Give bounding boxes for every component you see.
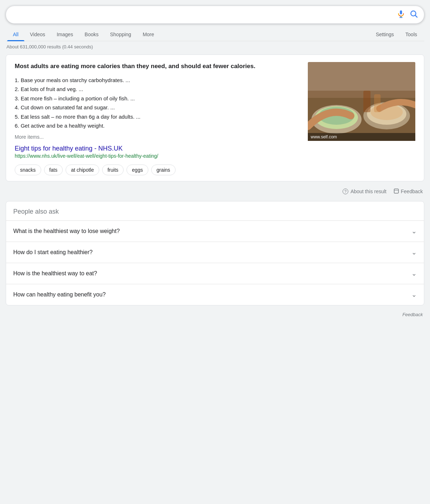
featured-content: Most adults are eating more calories tha… (15, 62, 415, 159)
list-item: 4. Cut down on saturated fat and sugar. … (15, 103, 301, 112)
paa-question-1: How do I start eating healthier? (13, 249, 92, 256)
list-item: 1. Base your meals on starchy carbohydra… (15, 76, 301, 85)
nav-tabs-left: All Videos Images Books Shopping More (7, 28, 370, 41)
source-url: https://www.nhs.uk/live-well/eat-well/ei… (15, 153, 301, 159)
featured-snippet-card: Most adults are eating more calories tha… (6, 54, 424, 181)
people-also-ask-card: People also ask What is the healthiest w… (6, 201, 424, 305)
tab-more[interactable]: More (137, 28, 160, 41)
tab-images[interactable]: Images (51, 28, 79, 41)
featured-text: Most adults are eating more calories tha… (15, 62, 301, 159)
chevron-down-icon-1: ⌄ (411, 248, 417, 256)
featured-title: Most adults are eating more calories tha… (15, 62, 301, 71)
result-footer: ? About this result Feedback (6, 185, 424, 196)
paa-question-2: How is the healthiest way to eat? (13, 270, 97, 277)
search-bar: how to eat healthy (6, 6, 424, 24)
paa-header: People also ask (6, 201, 424, 220)
chip-at-chipotle[interactable]: at chipotle (66, 165, 99, 175)
paa-question-3: How can healthy eating benefit you? (13, 291, 106, 298)
chip-eggs[interactable]: eggs (126, 165, 148, 175)
tab-shopping[interactable]: Shopping (104, 28, 137, 41)
search-input[interactable]: how to eat healthy (12, 11, 397, 19)
paa-item-1[interactable]: How do I start eating healthier? ⌄ (6, 242, 424, 263)
paa-item-0[interactable]: What is the healthiest way to lose weigh… (6, 220, 424, 242)
feedback-button[interactable]: Feedback (394, 189, 423, 195)
paa-question-0: What is the healthiest way to lose weigh… (13, 228, 120, 234)
results-count: About 631,000,000 results (0.44 seconds) (6, 44, 424, 49)
source-title-link[interactable]: Eight tips for healthy eating - NHS.UK (15, 145, 301, 152)
source-link: Eight tips for healthy eating - NHS.UK h… (15, 145, 301, 159)
paa-item-2[interactable]: How is the healthiest way to eat? ⌄ (6, 263, 424, 284)
about-result-button[interactable]: ? About this result (343, 189, 386, 194)
list-item: 3. Eat more fish – including a portion o… (15, 94, 301, 103)
chevron-down-icon-2: ⌄ (411, 270, 417, 277)
bottom-feedback-link[interactable]: Feedback (6, 309, 424, 320)
chevron-down-icon-0: ⌄ (411, 227, 417, 235)
svg-rect-0 (400, 10, 402, 14)
tab-settings[interactable]: Settings (370, 28, 400, 41)
feedback-label: Feedback (401, 189, 423, 194)
svg-rect-16 (394, 189, 398, 193)
microphone-icon[interactable] (397, 10, 405, 20)
question-circle-icon: ? (343, 189, 348, 194)
svg-rect-15 (308, 62, 415, 91)
featured-image[interactable]: www.self.com (308, 62, 415, 159)
svg-line-4 (415, 15, 417, 18)
list-item: 2. Eat lots of fruit and veg. ... (15, 85, 301, 94)
tab-books[interactable]: Books (79, 28, 104, 41)
tab-videos[interactable]: Videos (24, 28, 51, 41)
paa-item-3[interactable]: How can healthy eating benefit you? ⌄ (6, 284, 424, 305)
food-image: www.self.com (308, 62, 415, 141)
tab-all[interactable]: All (7, 28, 24, 41)
chevron-down-icon-3: ⌄ (411, 291, 417, 299)
related-chips: snacks fats at chipotle fruits eggs grai… (15, 165, 415, 175)
chip-fats[interactable]: fats (44, 165, 63, 175)
about-result-label: About this result (350, 189, 386, 194)
list-item: 5. Eat less salt – no more than 6g a day… (15, 112, 301, 122)
chip-snacks[interactable]: snacks (15, 165, 41, 175)
more-items-link[interactable]: More items... (15, 134, 301, 140)
flag-icon (394, 189, 399, 195)
chip-grains[interactable]: grains (151, 165, 176, 175)
svg-rect-14 (374, 94, 381, 112)
featured-list: 1. Base your meals on starchy carbohydra… (15, 76, 301, 130)
chip-fruits[interactable]: fruits (102, 165, 124, 175)
tab-tools[interactable]: Tools (400, 28, 423, 41)
nav-tabs: All Videos Images Books Shopping More Se… (6, 28, 424, 41)
image-credit-label: www.self.com (308, 133, 415, 141)
search-icon[interactable] (410, 10, 418, 20)
svg-rect-13 (363, 91, 371, 112)
nav-tabs-right: Settings Tools (370, 28, 423, 41)
list-item: 6. Get active and be a healthy weight. (15, 121, 301, 130)
